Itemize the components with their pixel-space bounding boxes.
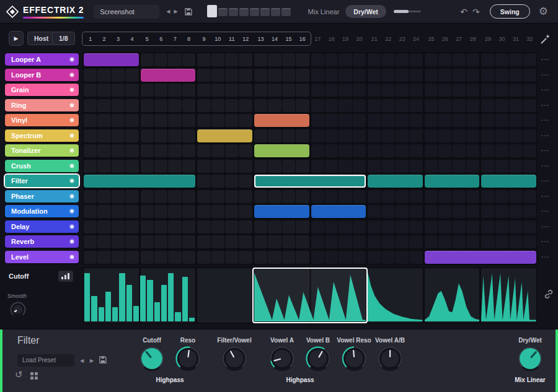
grid-cell[interactable] [481,144,494,157]
grid-cell[interactable] [523,235,536,248]
grid-cell[interactable] [84,220,97,233]
grid-cell[interactable] [368,205,381,218]
knob-cutoff[interactable]: Cutoff [139,337,165,372]
grid-cell[interactable] [296,235,309,248]
grid-cell[interactable] [409,129,422,142]
grid-cell[interactable] [141,99,154,112]
grid-cell[interactable] [353,190,366,203]
row-menu-button[interactable]: ··· [538,147,554,154]
grid-cell[interactable] [368,235,381,248]
grid-cell[interactable] [453,99,466,112]
effect-block-tonalizer[interactable] [254,144,309,157]
grid-cell[interactable] [225,235,238,248]
grid-cell[interactable] [97,69,110,82]
grid-cell[interactable] [154,144,167,157]
grid-cell[interactable] [453,114,466,127]
grid-cell[interactable] [382,251,395,264]
track-pill-reverb[interactable]: Reverb [5,235,79,248]
grid-cell[interactable] [339,144,352,157]
magic-wand-button[interactable] [539,33,551,45]
grid-cell[interactable] [353,235,366,248]
track-pill-crush[interactable]: Crush [5,160,79,172]
grid-cell[interactable] [141,53,154,66]
grid-cell[interactable] [368,144,381,157]
pattern-slot-6[interactable] [260,8,270,16]
grid-cell[interactable] [141,220,154,233]
grid-cell[interactable] [495,205,508,218]
grid-cell[interactable] [523,99,536,112]
track-enable-dot[interactable] [70,103,74,107]
grid-cell[interactable] [409,220,422,233]
play-button[interactable]: ▶ [9,31,24,46]
grid-cell[interactable] [125,114,138,127]
preset-next-button[interactable]: ▶ [172,6,179,17]
grid-cell[interactable] [84,99,97,112]
grid-cell[interactable] [154,251,167,264]
grid-cell[interactable] [211,251,224,264]
grid-cell[interactable] [112,99,125,112]
grid-cell[interactable] [466,235,479,248]
track-enable-dot[interactable] [70,164,74,168]
automation-bar[interactable] [147,280,153,321]
pattern-slot-1[interactable] [207,5,217,17]
grid-cell[interactable] [368,129,381,142]
track-enable-dot[interactable] [70,88,74,92]
automation-bar[interactable] [126,285,132,321]
grid-cell[interactable] [311,99,324,112]
grid-cell[interactable] [268,69,281,82]
grid-cell[interactable] [239,84,252,97]
grid-cell[interactable] [282,99,295,112]
grid-cell[interactable] [268,99,281,112]
grid-cell[interactable] [425,53,438,66]
grid-cell[interactable] [481,53,494,66]
grid-cell[interactable] [211,160,224,173]
grid-cell[interactable] [495,53,508,66]
grid-cell[interactable] [168,114,181,127]
grid-cell[interactable] [239,160,252,173]
grid-cell[interactable] [495,69,508,82]
grid-cell[interactable] [168,220,181,233]
knob-control-cutoff[interactable] [139,346,165,372]
grid-cell[interactable] [268,53,281,66]
grid-cell[interactable] [211,175,224,188]
grid-cell[interactable] [239,53,252,66]
grid-cell[interactable] [168,53,181,66]
grid-cell[interactable] [523,129,536,142]
grid-cell[interactable] [396,129,409,142]
grid-cell[interactable] [325,220,338,233]
grid-cell[interactable] [438,220,451,233]
grid-cell[interactable] [409,99,422,112]
grid-cell[interactable] [509,69,522,82]
grid-cell[interactable] [84,235,97,248]
grid-cell[interactable] [339,235,352,248]
track-pill-vinyl[interactable]: Vinyl [5,114,79,126]
grid-cell[interactable] [425,235,438,248]
settings-gear-button[interactable]: ⚙ [536,5,551,18]
grid-cell[interactable] [495,144,508,157]
automation-bar[interactable] [99,307,104,321]
grid-cell[interactable] [254,69,267,82]
grid-cell[interactable] [396,114,409,127]
grid-cell[interactable] [168,235,181,248]
grid-cell[interactable] [481,190,494,203]
grid-cell[interactable] [339,220,352,233]
track-pill-phaser[interactable]: Phaser [5,190,79,203]
effect-block-filter[interactable] [84,175,195,188]
grid-cell[interactable] [523,114,536,127]
grid-cell[interactable] [311,235,324,248]
track-enable-dot[interactable] [70,118,74,122]
grid-cell[interactable] [368,251,381,264]
grid-cell[interactable] [382,53,395,66]
row-menu-button[interactable]: ··· [538,56,554,63]
grid-cell[interactable] [495,235,508,248]
grid-cell[interactable] [509,205,522,218]
grid-cell[interactable] [409,235,422,248]
grid-cell[interactable] [182,190,195,203]
grid-cell[interactable] [396,251,409,264]
knob-dry-wet[interactable]: Dry/Wet [517,337,543,372]
grid-cell[interactable] [254,220,267,233]
grid-cell[interactable] [453,205,466,218]
grid-cell[interactable] [168,129,181,142]
row-menu-button[interactable]: ··· [538,132,554,139]
grid-cell[interactable] [197,84,210,97]
